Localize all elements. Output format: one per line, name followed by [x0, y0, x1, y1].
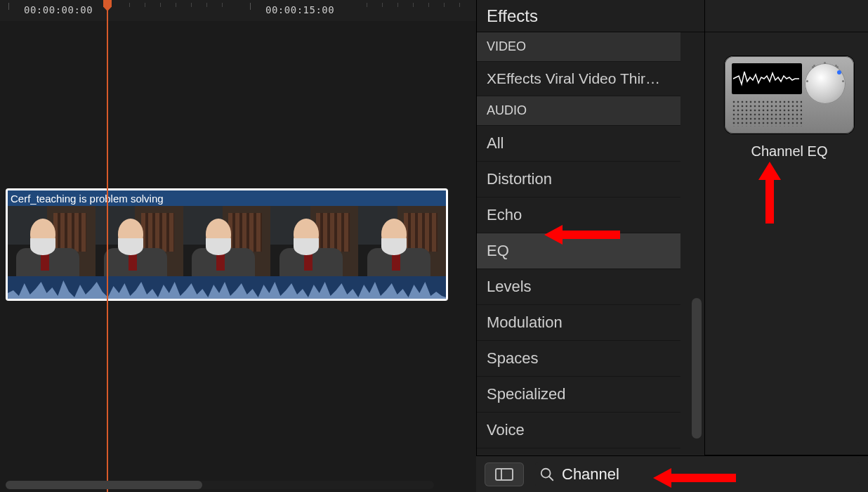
timecode-label-0: 00:00:00:00 [24, 4, 93, 15]
clip-title: Cerf_teaching is problem solving [11, 193, 164, 205]
effect-preview-panel: Channel EQ [705, 0, 868, 455]
timecode-label-1: 00:00:15:00 [265, 4, 334, 15]
audio-category-spaces[interactable]: Spaces [477, 341, 680, 377]
effects-search[interactable] [535, 462, 860, 486]
clip-thumb [183, 206, 271, 276]
effect-name-label: Channel EQ [725, 143, 854, 160]
effects-panel-title: Effects [477, 0, 704, 32]
svg-line-3 [549, 476, 553, 480]
audio-category-echo[interactable]: Echo [477, 198, 680, 233]
scrollbar-thumb[interactable] [692, 298, 702, 439]
audio-category-levels[interactable]: Levels [477, 269, 680, 305]
effect-thumbnail[interactable] [725, 56, 854, 134]
clip-thumb [8, 206, 96, 276]
clip-thumb [96, 206, 183, 276]
audio-category-header: AUDIO [477, 96, 680, 126]
clip-audio-waveform [8, 276, 446, 301]
preview-panel-header [705, 0, 868, 32]
timeline-scrollbar[interactable] [6, 481, 434, 489]
effects-browser-panel: Effects VIDEO XEffects Viral Video Thir…… [476, 0, 705, 492]
clip-thumb [358, 206, 446, 276]
clip-thumbnails [8, 206, 446, 276]
scrollbar-thumb[interactable] [6, 481, 202, 489]
audio-category-voice[interactable]: Voice [477, 413, 680, 448]
effects-search-input[interactable] [562, 465, 855, 484]
clip-title-bar: Cerf_teaching is problem solving [8, 190, 446, 206]
dial-icon [805, 63, 846, 104]
timeline-ruler[interactable]: 00:00:00:00 00:00:15:00 [0, 0, 476, 21]
speaker-grille-icon [732, 100, 802, 127]
playhead[interactable] [107, 0, 108, 492]
effects-bottom-bar [476, 455, 868, 492]
effects-category-list[interactable]: VIDEO XEffects Viral Video Thir… AUDIO A… [477, 32, 704, 492]
audio-category-modulation[interactable]: Modulation [477, 305, 680, 341]
audio-category-distortion[interactable]: Distortion [477, 162, 680, 198]
audio-category-eq[interactable]: EQ [477, 233, 680, 269]
clip-thumb [270, 206, 358, 276]
layout-toggle-button[interactable] [485, 462, 524, 486]
search-icon [539, 467, 555, 482]
timeline-panel: 00:00:00:00 00:00:15:00 Cerf_teaching is… [0, 0, 476, 492]
audio-category-all[interactable]: All [477, 126, 680, 162]
video-category-header: VIDEO [477, 32, 680, 62]
svg-rect-0 [496, 469, 513, 480]
timeline-clip[interactable]: Cerf_teaching is problem solving [6, 188, 448, 301]
layout-icon [495, 468, 513, 481]
audio-category-specialized[interactable]: Specialized [477, 377, 680, 413]
effects-list-scrollbar[interactable] [692, 298, 702, 439]
video-category-item[interactable]: XEffects Viral Video Thir… [477, 62, 680, 96]
